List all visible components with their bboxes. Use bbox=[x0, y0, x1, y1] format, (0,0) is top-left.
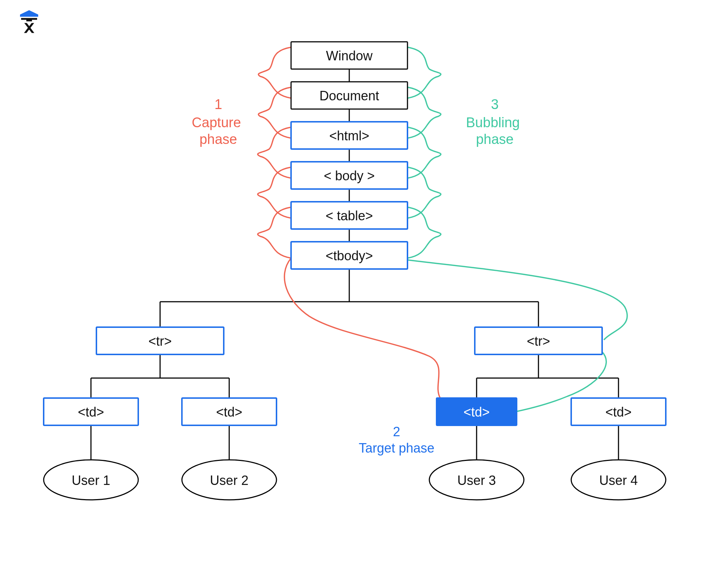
svg-text:<td>: <td> bbox=[464, 405, 490, 420]
capture-phase-label: 1 Capture phase bbox=[192, 97, 245, 147]
svg-text:<html>: <html> bbox=[329, 128, 369, 143]
svg-text:3: 3 bbox=[491, 97, 498, 112]
svg-text:<tbody>: <tbody> bbox=[326, 248, 373, 263]
node-user-1: User 1 bbox=[44, 460, 138, 500]
node-user-3: User 3 bbox=[429, 460, 524, 500]
node-tr-1: <tr> bbox=[96, 327, 224, 354]
node-td-1: <td> bbox=[44, 398, 138, 425]
target-phase-label: 2 Target phase bbox=[359, 424, 434, 455]
node-html: <html> bbox=[291, 122, 407, 149]
svg-text:User 4: User 4 bbox=[599, 473, 638, 488]
node-tr-2: <tr> bbox=[475, 327, 602, 354]
svg-text:< table>: < table> bbox=[326, 208, 373, 223]
svg-text:Document: Document bbox=[319, 88, 379, 103]
node-td-3-target: <td> bbox=[437, 398, 517, 425]
node-body: < body > bbox=[291, 162, 407, 189]
logo-letter: x̄ bbox=[24, 17, 35, 36]
svg-text:Bubbling
      phase: Bubbling phase bbox=[466, 115, 524, 147]
svg-text:< body >: < body > bbox=[324, 168, 375, 183]
svg-text:<td>: <td> bbox=[78, 405, 104, 420]
logo: x̄ bbox=[20, 10, 38, 36]
svg-rect-1 bbox=[20, 15, 38, 17]
node-user-2: User 2 bbox=[182, 460, 277, 500]
svg-text:User 3: User 3 bbox=[457, 473, 496, 488]
svg-text:User 1: User 1 bbox=[72, 473, 110, 488]
bubbling-flow bbox=[407, 47, 627, 413]
svg-text:<td>: <td> bbox=[216, 405, 242, 420]
svg-text:1: 1 bbox=[214, 97, 222, 112]
svg-text:<tr>: <tr> bbox=[527, 334, 550, 349]
svg-text:<tr>: <tr> bbox=[148, 334, 172, 349]
svg-text:Window: Window bbox=[326, 48, 373, 63]
svg-text:<td>: <td> bbox=[605, 405, 632, 420]
node-window: Window bbox=[291, 42, 407, 69]
node-td-4: <td> bbox=[571, 398, 666, 425]
node-td-2: <td> bbox=[182, 398, 277, 425]
bubbling-phase-label: 3 Bubbling phase bbox=[466, 97, 524, 147]
svg-text:Capture
      phase: Capture phase bbox=[192, 115, 245, 147]
node-document: Document bbox=[291, 82, 407, 109]
node-table: < table> bbox=[291, 202, 407, 229]
event-propagation-diagram: x̄ bbox=[0, 0, 728, 578]
node-user-4: User 4 bbox=[571, 460, 666, 500]
node-tbody: <tbody> bbox=[291, 242, 407, 269]
svg-marker-0 bbox=[20, 10, 38, 15]
svg-text:Target phase: Target phase bbox=[359, 441, 434, 455]
svg-text:User 2: User 2 bbox=[210, 473, 248, 488]
svg-text:2: 2 bbox=[393, 424, 400, 439]
